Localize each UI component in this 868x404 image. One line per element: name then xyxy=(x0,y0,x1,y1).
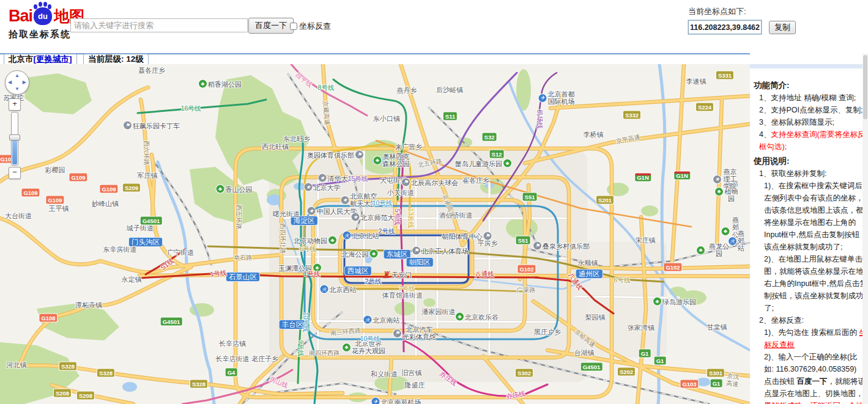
map-label-town: 长辛店镇 xyxy=(219,340,246,347)
pan-up-icon[interactable]: ▲ xyxy=(15,73,20,78)
map-label-town: 军庄镇 xyxy=(138,172,158,179)
park-icon: ♣ xyxy=(697,246,705,254)
zoom-out-button[interactable]: − xyxy=(9,167,21,179)
map-label-sub: 1号线 xyxy=(304,270,321,277)
search-button[interactable]: 百度一下 xyxy=(248,18,294,34)
map-label-sub: 八通线 xyxy=(567,271,584,292)
city-name: 北京市 xyxy=(9,54,34,64)
copy-button[interactable]: 复制 xyxy=(769,21,796,34)
map-label-town: 和义街道 xyxy=(371,370,398,378)
coordinate-panel: 当前坐标点如下: 复制 xyxy=(688,6,796,34)
map-label-district[interactable]: 门头沟区 xyxy=(129,238,162,246)
map-label-town: 甘棠镇 xyxy=(707,323,727,331)
sidebar-line: 1、支持地址 精确/模糊 查询; xyxy=(754,92,868,104)
map-label-poi: ⚑北京工人体育场 xyxy=(412,247,469,255)
pan-right-icon[interactable]: ▶ xyxy=(23,80,26,85)
sidebar-line: 2、坐标反查: xyxy=(754,314,868,326)
park-icon: ♣ xyxy=(199,80,207,88)
map-label-district[interactable]: 丰台区 xyxy=(280,320,306,329)
instructions-sidebar: 功能简介:1、支持地址 精确/模糊 查询;2、支持POI点坐标显示、复制;3、坐… xyxy=(750,64,868,404)
sidebar-line: 点显示在地图上、切换地图， xyxy=(754,387,868,400)
sidebar-line: 2、支持POI点坐标显示、复制; xyxy=(754,104,868,116)
map-labels: 海淀区西城区东城区朝阳区丰台区石景山区门头沟区通州区聂各庄乡苏家坨后沙峪镇燕丹乡… xyxy=(0,64,750,404)
tam-icon: ♜ xyxy=(381,270,390,279)
zoom-control: + − xyxy=(9,98,21,179)
map-label-town: 妙峰山镇 xyxy=(92,200,119,207)
pan-control[interactable]: ▲ ▼ ◀ ▶ xyxy=(5,70,29,95)
map-label-town: 东小口镇 xyxy=(373,115,400,122)
map-label-poi: ♣燕龙公园 xyxy=(697,243,732,257)
map-label-district[interactable]: 西城区 xyxy=(345,266,371,275)
coord-label: 当前坐标点如下: xyxy=(688,6,796,17)
park-icon: ♣ xyxy=(722,227,730,235)
map-label-bS: S201 xyxy=(596,196,614,204)
map-label-poi: 北海公园♣ xyxy=(342,250,378,258)
pan-left-icon[interactable]: ◀ xyxy=(8,80,12,85)
sidebar-line: 标反查框 xyxy=(754,339,868,351)
zoom-slider-thumb[interactable] xyxy=(9,134,20,141)
map-label-poi: 朝阳体育中心⚑ xyxy=(442,232,492,240)
map-label-town: 东北旺乡 xyxy=(283,135,310,142)
map-label-town: 张家湾镇 xyxy=(628,324,655,331)
scrollbar-thumb[interactable] xyxy=(863,55,867,119)
search-input[interactable] xyxy=(70,18,248,32)
map-label-poi: ★中国人民大学 xyxy=(308,207,357,215)
map-label-poi: ★北京师范大学 xyxy=(352,213,401,221)
map-label-poi: 火北京北站 xyxy=(343,232,379,240)
pan-down-icon[interactable]: ▼ xyxy=(15,87,20,92)
reverse-lookup-checkbox[interactable] xyxy=(290,23,297,30)
edu-icon: ★ xyxy=(341,196,349,204)
plane-icon: ✈ xyxy=(372,398,380,404)
map-label-district[interactable]: 朝阳区 xyxy=(407,258,433,266)
map-label-district[interactable]: 海淀区 xyxy=(291,216,317,225)
map-label-town: 王平镇 xyxy=(49,205,69,212)
zoom-in-button[interactable]: + xyxy=(9,98,21,111)
map-label-road: 阜石路 xyxy=(234,254,252,262)
map-label-bG: G109 xyxy=(69,174,87,182)
map-label-poi: ⚑北京汽车 光彩体育馆 xyxy=(393,326,436,340)
map-label-district[interactable]: 通州区 xyxy=(576,270,603,278)
map-label-town: 平房乡 xyxy=(478,240,498,247)
map-label-bE: G4501 xyxy=(581,363,603,371)
map-viewport[interactable]: 海淀区西城区东城区朝阳区丰台区石景山区门头沟区通州区聂各庄乡苏家坨后沙峪镇燕丹乡… xyxy=(0,64,750,404)
map-label-bS: S328 xyxy=(190,380,207,388)
map-label-bG: G103 xyxy=(680,380,698,388)
map-label-town: 广宁街道 xyxy=(167,249,194,256)
park-icon: ♣ xyxy=(715,188,723,196)
map-label-poi: ♣北京欢乐谷 xyxy=(456,313,499,321)
map-label-bG: G108 xyxy=(39,314,57,322)
sidebar-line: 1、获取坐标并复制: xyxy=(754,167,868,180)
map-label-bE: G1 xyxy=(655,357,666,365)
map-label-bG: G109 xyxy=(21,189,39,197)
map-label-town: 西北旺镇 xyxy=(262,143,289,150)
map-label-district[interactable]: 石景山区 xyxy=(226,273,259,281)
park-icon: ♣ xyxy=(328,237,336,244)
map-label-poi: 火北京南站 xyxy=(364,316,400,324)
map-label-district[interactable]: 东城区 xyxy=(384,250,410,259)
map-label-road: 广渠路 xyxy=(517,287,535,294)
map-label-town: 城子街道 xyxy=(127,224,154,232)
sport-icon: ⚑ xyxy=(402,178,410,186)
header: Bai du 地图 拾取坐标系统 百度一下 坐标反查 当前坐标点如下: 复制 xyxy=(0,0,868,54)
map-label-town: 永顺镇 xyxy=(578,259,598,266)
zoom-slider[interactable] xyxy=(11,112,18,166)
map-label-bE: G4501 xyxy=(141,217,162,225)
map-label-town: 永定镇 xyxy=(122,276,142,283)
map-label-bE: G1 xyxy=(711,380,722,387)
park-icon: ♣ xyxy=(370,250,378,258)
map-label-road: 西六环路 xyxy=(143,141,150,165)
map-label-town: 崔各庄乡 xyxy=(462,177,489,184)
reverse-lookup-option[interactable]: 坐标反查 xyxy=(290,21,331,32)
map-label-sub: 5号线 xyxy=(394,209,401,226)
map-label-sub: 16号线 xyxy=(181,105,201,112)
sidebar-line: 1)、在搜索框中搜索关键词后 xyxy=(754,180,868,192)
sidebar-line: 果解析成功，还能返回一个地 xyxy=(754,400,868,404)
map-label-bE: S51 xyxy=(523,193,537,201)
sidebar-line: 左侧列表中会有该点的坐标， xyxy=(754,192,868,204)
train-icon: 火 xyxy=(364,316,372,324)
change-city-link[interactable]: [更换城市] xyxy=(34,54,72,64)
coord-input[interactable] xyxy=(688,20,762,34)
map-label-road: 北五环路 xyxy=(417,158,442,169)
map-label-poi: ✈北京首都 国际机场 xyxy=(539,90,575,105)
page-scrollbar[interactable] xyxy=(862,54,868,404)
